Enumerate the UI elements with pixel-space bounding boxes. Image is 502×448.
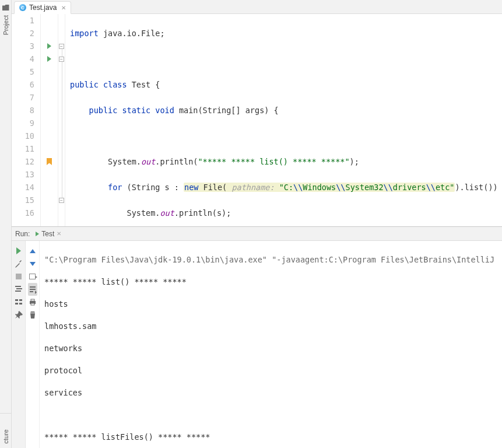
project-rail-label[interactable]: Project xyxy=(2,15,9,35)
wrap-icon xyxy=(29,274,36,279)
close-icon[interactable]: ✕ xyxy=(61,5,66,11)
close-icon[interactable]: ✕ xyxy=(57,230,61,237)
console-command: "C:\Program Files\Java\jdk-19.0.1\bin\ja… xyxy=(44,254,497,265)
tab-label: Test.java xyxy=(29,4,57,12)
run-tool-window: Run: Test ✕ "C:\Program File xyxy=(12,226,502,448)
fold-toggle-icon[interactable]: − xyxy=(59,44,64,49)
clear-all-button[interactable] xyxy=(28,309,37,321)
line-number: 6 xyxy=(12,78,34,91)
console-line: services xyxy=(44,387,497,398)
console-line: protocol xyxy=(44,365,497,376)
svg-rect-0 xyxy=(15,286,21,287)
svg-rect-6 xyxy=(19,303,22,304)
svg-rect-4 xyxy=(19,299,22,301)
svg-rect-3 xyxy=(15,299,18,301)
code-area[interactable]: import java.io.File; public class Test {… xyxy=(65,14,502,226)
bookmark-gutter-icon[interactable] xyxy=(41,155,58,168)
console-line: hosts xyxy=(44,299,497,310)
stop-button[interactable] xyxy=(14,270,23,283)
folder-icon xyxy=(2,4,10,12)
code-editor[interactable]: 1 2 3 4 5 6 7 8 9 10 11 12 13 14 15 16 xyxy=(12,14,502,226)
main-area: C Test.java ✕ 1 2 3 4 5 6 7 8 9 10 11 12… xyxy=(12,0,502,448)
play-icon xyxy=(47,43,51,49)
run-toolbar-primary xyxy=(12,241,26,448)
line-number: 9 xyxy=(12,117,34,130)
soft-wrap-button[interactable] xyxy=(28,270,37,283)
svg-rect-2 xyxy=(15,290,21,292)
run-toolbar-secondary xyxy=(26,241,40,448)
line-number: 12 xyxy=(12,155,34,168)
arrow-up-icon xyxy=(30,249,36,253)
svg-rect-5 xyxy=(15,303,18,304)
fold-end-icon[interactable]: − xyxy=(59,198,64,203)
svg-rect-1 xyxy=(16,288,22,289)
edit-config-button[interactable] xyxy=(14,257,23,270)
line-number: 2 xyxy=(12,27,34,40)
editor-tab-bar: C Test.java ✕ xyxy=(12,0,502,14)
line-number: 8 xyxy=(12,104,34,117)
pin-button[interactable] xyxy=(14,309,23,321)
run-panel-header: Run: Test ✕ xyxy=(12,227,502,241)
stop-icon xyxy=(16,274,22,279)
line-number: 15 xyxy=(12,194,34,206)
structure-rail-label[interactable]: cture xyxy=(2,429,9,443)
scroll-to-end-button[interactable] xyxy=(28,283,37,296)
line-number: 14 xyxy=(12,181,34,194)
play-icon xyxy=(36,232,39,236)
line-number: 10 xyxy=(12,130,34,142)
console-output[interactable]: "C:\Program Files\Java\jdk-19.0.1\bin\ja… xyxy=(40,241,502,448)
line-number: 7 xyxy=(12,91,34,104)
line-number: 4 xyxy=(12,52,34,65)
prev-occurrence-button[interactable] xyxy=(28,244,37,257)
fold-gutter: − − − xyxy=(58,14,65,226)
line-number: 1 xyxy=(12,14,34,27)
run-config-name[interactable]: Test xyxy=(41,230,54,238)
gutter-icon-strip xyxy=(41,14,58,226)
play-icon xyxy=(47,56,51,62)
arrow-down-icon xyxy=(30,262,36,266)
line-number-gutter: 1 2 3 4 5 6 7 8 9 10 11 12 13 14 15 16 xyxy=(12,14,41,226)
structure-tool-window-rail[interactable]: cture xyxy=(0,413,12,448)
dump-threads-button[interactable] xyxy=(14,283,23,296)
line-number: 11 xyxy=(12,142,34,155)
rerun-button[interactable] xyxy=(14,244,23,257)
line-number: 16 xyxy=(12,206,34,219)
play-icon xyxy=(16,247,21,254)
layout-button[interactable] xyxy=(14,296,23,309)
console-line xyxy=(44,410,497,421)
project-tool-window-rail[interactable]: Project xyxy=(0,0,12,448)
console-line: ***** ***** list() ***** ***** xyxy=(44,276,497,288)
fold-toggle-icon[interactable]: − xyxy=(59,57,64,62)
editor-tab-test-java[interactable]: C Test.java ✕ xyxy=(14,1,71,14)
run-label: Run: xyxy=(15,230,30,238)
next-occurrence-button[interactable] xyxy=(28,257,37,270)
console-line: lmhosts.sam xyxy=(44,321,497,332)
run-main-gutter-icon[interactable] xyxy=(41,52,58,65)
console-line: ***** ***** listFiles() ***** ***** xyxy=(44,432,497,443)
console-line: networks xyxy=(44,343,497,354)
bookmark-icon xyxy=(47,158,52,165)
java-class-icon: C xyxy=(19,4,26,11)
print-button[interactable] xyxy=(28,296,37,309)
run-class-gutter-icon[interactable] xyxy=(41,40,58,52)
line-number: 5 xyxy=(12,65,34,78)
svg-rect-8 xyxy=(31,299,34,301)
line-number: 13 xyxy=(12,168,34,181)
svg-rect-9 xyxy=(31,303,34,305)
line-number: 3 xyxy=(12,40,34,52)
